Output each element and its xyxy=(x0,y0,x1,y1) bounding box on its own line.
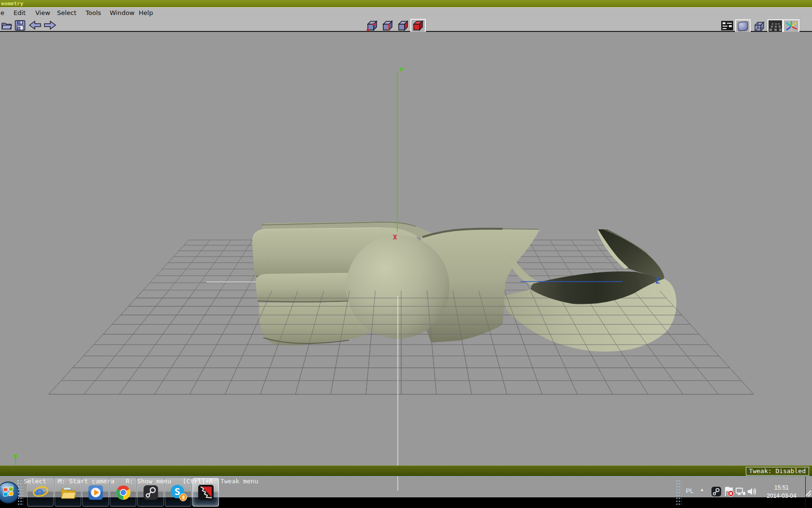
grid-icon xyxy=(768,20,782,32)
quick-launch-grip-icon[interactable] xyxy=(17,479,23,506)
taskbar-item-media-player[interactable] xyxy=(82,478,109,507)
taskbar-item-wings3d[interactable] xyxy=(192,478,219,507)
tray-expand-chevron-icon[interactable]: ▲ xyxy=(700,487,704,492)
menu-view[interactable]: View xyxy=(35,9,50,16)
menu-help[interactable]: Help xyxy=(139,9,153,16)
status-bar: : Select M: Start camera R: Show menu [C… xyxy=(0,465,812,476)
steam-tray-icon[interactable] xyxy=(710,486,722,497)
select-vertex-button[interactable] xyxy=(365,20,378,33)
geometry-window-titlebar[interactable]: eometry xyxy=(0,0,812,7)
show-desktop-button[interactable] xyxy=(805,477,812,508)
x-axis-label: X xyxy=(393,233,397,241)
select-face-button[interactable] xyxy=(396,20,409,33)
toolbar xyxy=(0,19,812,32)
menu-window[interactable]: Window xyxy=(110,9,134,16)
taskbar-item-chrome[interactable] xyxy=(110,478,136,507)
menu-tools[interactable]: Tools xyxy=(86,9,101,16)
taskbar: e xyxy=(0,476,812,508)
axes-icon xyxy=(784,20,798,32)
back-arrow-icon xyxy=(28,20,42,30)
internet-explorer-icon: e xyxy=(32,484,49,501)
skype-badge: 8 xyxy=(182,495,185,500)
save-icon xyxy=(14,20,26,31)
skype-icon: S 8 xyxy=(169,483,188,502)
redo-button[interactable] xyxy=(44,20,57,32)
action-center-flag-icon[interactable] xyxy=(723,486,735,497)
y-axis-label: Y xyxy=(399,66,404,74)
save-button[interactable] xyxy=(14,20,26,33)
taskbar-item-skype[interactable]: S 8 xyxy=(165,478,191,507)
z-axis-label: Z xyxy=(655,277,660,285)
body-mode-cube-icon xyxy=(411,20,425,31)
clock-date: 2014-03-04 xyxy=(762,492,801,500)
viewport-canvas[interactable]: Y X Z xyxy=(0,32,812,465)
clock-time: 15:51 xyxy=(762,484,801,492)
volume-icon[interactable] xyxy=(746,486,758,497)
window-title: eometry xyxy=(1,0,23,7)
forward-arrow-icon xyxy=(44,20,57,30)
wings3d-icon xyxy=(198,484,214,501)
open-button[interactable] xyxy=(1,20,13,32)
menu-file[interactable]: e xyxy=(0,9,4,16)
desktop: eometry e Edit View Select Tools Window … xyxy=(0,0,812,508)
menu-select[interactable]: Select xyxy=(57,9,76,16)
tray-grip-icon[interactable] xyxy=(676,479,682,506)
edge-mode-cube-icon xyxy=(381,20,394,31)
network-icon[interactable] xyxy=(735,486,746,497)
taskbar-item-steam[interactable] xyxy=(137,478,164,507)
taskbar-item-windows-explorer[interactable] xyxy=(55,478,81,507)
menu-edit[interactable]: Edit xyxy=(14,9,26,16)
media-player-icon xyxy=(87,484,104,501)
chrome-icon xyxy=(115,484,131,501)
geometry-graph-icon xyxy=(721,21,733,30)
wireframe-cube-icon xyxy=(753,21,766,32)
taskbar-item-internet-explorer[interactable]: e xyxy=(27,478,54,507)
windows-explorer-icon xyxy=(60,485,76,500)
vertex-mode-cube-icon xyxy=(365,20,378,31)
tweak-status-badge: Tweak: Disabled xyxy=(746,467,809,476)
face-mode-cube-icon xyxy=(396,20,409,31)
open-folder-icon xyxy=(1,20,13,30)
steam-icon xyxy=(143,484,159,501)
menu-bar: e Edit View Select Tools Window Help xyxy=(0,7,812,19)
geometry-graph-button[interactable] xyxy=(721,21,733,32)
select-body-button[interactable] xyxy=(411,20,425,33)
language-indicator[interactable]: PL xyxy=(686,487,694,494)
clock[interactable]: 15:51 2014-03-04 xyxy=(762,479,801,506)
undo-button[interactable] xyxy=(28,20,42,32)
select-edge-button[interactable] xyxy=(381,20,394,33)
svg-text:S: S xyxy=(174,486,180,497)
smooth-shaded-cube-icon xyxy=(736,20,750,32)
